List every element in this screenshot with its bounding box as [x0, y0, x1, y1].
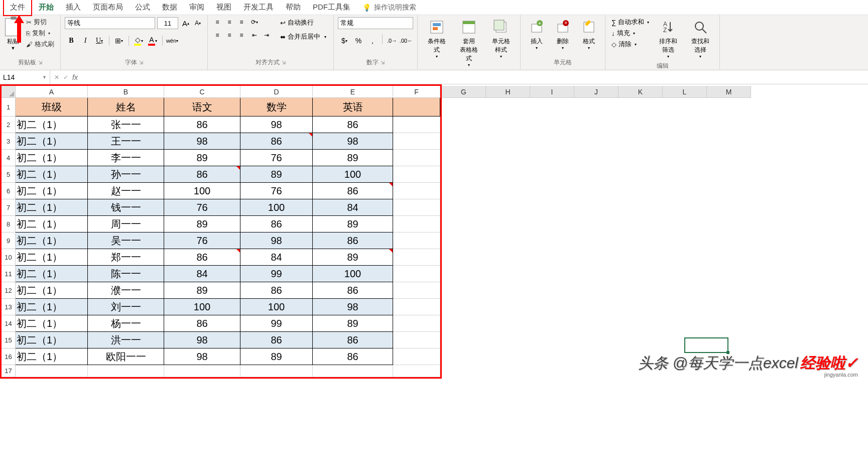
cell[interactable]: 89 [313, 315, 393, 332]
format-painter-button[interactable]: 🖌格式刷 [24, 39, 56, 49]
dialog-launcher-icon[interactable]: ⇲ [139, 60, 143, 65]
cell[interactable]: 98 [313, 133, 393, 150]
cell[interactable]: 初二（1） [16, 348, 88, 365]
col-header-F[interactable]: F [393, 86, 440, 98]
align-left-button[interactable]: ≡ [212, 30, 223, 40]
cell[interactable]: 张一一 [88, 116, 164, 133]
italic-button[interactable]: I [79, 34, 92, 47]
cell[interactable]: 陈一一 [88, 266, 164, 282]
cut-button[interactable]: ✂剪切 [24, 17, 56, 27]
cell[interactable]: 89 [164, 216, 240, 232]
increase-decimal-button[interactable]: .0→ [386, 34, 399, 47]
header-cell[interactable]: 英语 [313, 98, 393, 116]
row-header-6[interactable]: 6 [2, 183, 16, 199]
cell[interactable]: 86 [164, 166, 240, 183]
cell[interactable]: 初二（1） [16, 299, 88, 315]
conditional-format-button[interactable]: 条件格式▾ [422, 17, 452, 61]
cell[interactable]: 98 [164, 348, 240, 365]
cell[interactable]: 86 [164, 315, 240, 332]
cell[interactable]: 89 [313, 216, 393, 232]
cell[interactable]: 98 [240, 232, 313, 249]
font-name-select[interactable] [65, 17, 155, 29]
cell[interactable]: 98 [164, 332, 240, 348]
row-header-12[interactable]: 12 [2, 282, 16, 299]
cell[interactable]: 初二（1） [16, 133, 88, 150]
header-cell[interactable]: 语文 [164, 98, 240, 116]
bold-button[interactable]: B [65, 34, 78, 47]
menu-pdf[interactable]: PDF工具集 [307, 0, 356, 15]
cell[interactable] [88, 365, 164, 377]
menu-view[interactable]: 视图 [210, 0, 237, 15]
delete-cells-button[interactable]: ×删除▾ [551, 17, 575, 52]
cell[interactable]: 初二（1） [16, 183, 88, 199]
col-header-M[interactable]: M [707, 86, 751, 98]
cell[interactable] [393, 348, 440, 365]
cell[interactable] [393, 299, 440, 315]
cell[interactable]: 100 [313, 266, 393, 282]
dialog-launcher-icon[interactable]: ⇲ [381, 60, 385, 65]
cell[interactable]: 76 [240, 150, 313, 166]
decrease-indent-button[interactable]: ⇤ [249, 30, 260, 40]
cell[interactable] [393, 183, 440, 199]
cell[interactable] [393, 266, 440, 282]
menu-data[interactable]: 数据 [156, 0, 183, 15]
increase-indent-button[interactable]: ⇥ [261, 30, 272, 40]
format-cells-button[interactable]: 格式▾ [577, 17, 601, 52]
cell[interactable]: 86 [240, 216, 313, 232]
col-header-D[interactable]: D [240, 86, 313, 98]
menu-help[interactable]: 帮助 [280, 0, 307, 15]
cell[interactable]: 周一一 [88, 216, 164, 232]
find-select-button[interactable]: 查找和选择▾ [685, 17, 715, 61]
accounting-format-button[interactable]: $▾ [338, 34, 351, 47]
cell[interactable]: 洪一一 [88, 332, 164, 348]
cell[interactable]: 100 [313, 166, 393, 183]
cell[interactable]: 李一一 [88, 150, 164, 166]
cell[interactable]: 赵一一 [88, 183, 164, 199]
row-header-3[interactable]: 3 [2, 133, 16, 150]
format-table-button[interactable]: 套用 表格格式▾ [454, 17, 484, 69]
menu-page-layout[interactable]: 页面布局 [87, 0, 129, 15]
col-header-B[interactable]: B [88, 86, 164, 98]
row-header-14[interactable]: 14 [2, 315, 16, 332]
decrease-font-button[interactable]: A▾ [192, 18, 203, 29]
cell[interactable]: 86 [240, 282, 313, 299]
wrap-text-button[interactable]: ↩自动换行 [277, 17, 329, 28]
cell[interactable]: 初二（1） [16, 166, 88, 183]
header-cell[interactable]: 数学 [240, 98, 313, 116]
cell[interactable] [393, 133, 440, 150]
cell[interactable]: 86 [240, 332, 313, 348]
cell[interactable]: 89 [313, 249, 393, 266]
menu-developer[interactable]: 开发工具 [237, 0, 280, 15]
fx-icon[interactable]: fx [72, 73, 78, 81]
select-all-corner[interactable] [2, 86, 16, 98]
dialog-launcher-icon[interactable]: ⇲ [282, 60, 286, 65]
cell[interactable]: 86 [313, 282, 393, 299]
cell[interactable]: 89 [164, 150, 240, 166]
cell[interactable]: 89 [313, 150, 393, 166]
cell[interactable]: 钱一一 [88, 199, 164, 216]
cell[interactable]: 86 [313, 183, 393, 199]
cancel-formula-icon[interactable]: ✕ [54, 74, 59, 81]
col-header-J[interactable]: J [574, 86, 618, 98]
cell[interactable] [393, 150, 440, 166]
border-button[interactable]: ⊞▾ [112, 34, 126, 47]
cell[interactable]: 86 [313, 332, 393, 348]
row-header-10[interactable]: 10 [2, 249, 16, 266]
cell[interactable]: 86 [164, 249, 240, 266]
cell[interactable]: 100 [164, 183, 240, 199]
cell[interactable]: 初二（1） [16, 249, 88, 266]
merge-center-button[interactable]: ⬌合并后居中▾ [277, 31, 329, 42]
cell[interactable]: 吴一一 [88, 232, 164, 249]
sort-filter-button[interactable]: AZ排序和筛选▾ [653, 17, 683, 61]
menu-home[interactable]: 开始 [33, 0, 60, 15]
number-format-select[interactable] [338, 17, 413, 29]
cell[interactable] [393, 365, 440, 377]
fill-color-button[interactable]: ◇▾ [132, 34, 145, 47]
col-header-A[interactable]: A [16, 86, 88, 98]
cell[interactable]: 初二（1） [16, 232, 88, 249]
cell[interactable]: 76 [164, 199, 240, 216]
phonetic-button[interactable]: wén▾ [166, 34, 179, 47]
cell[interactable]: 86 [313, 348, 393, 365]
row-header-15[interactable]: 15 [2, 332, 16, 348]
row-header-13[interactable]: 13 [2, 299, 16, 315]
